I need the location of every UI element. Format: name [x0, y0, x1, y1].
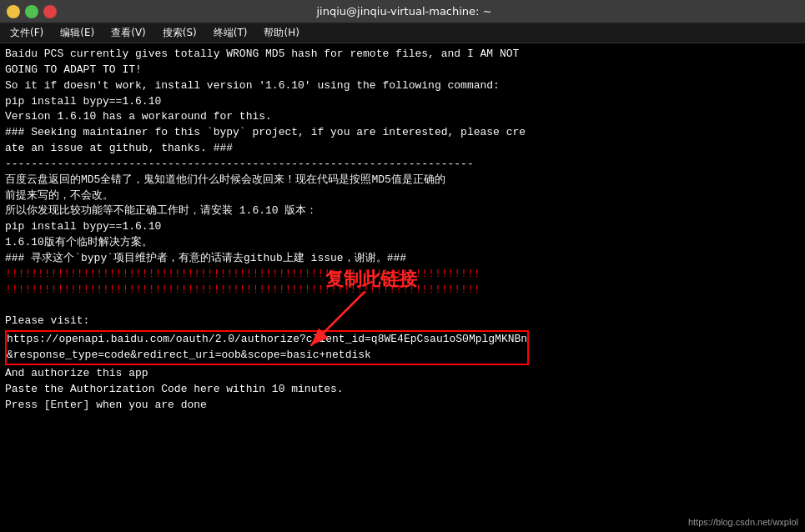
terminal-line-cn-6: ### 寻求这个`bypy`项目维护者，有意的话请去github上建 issue… — [5, 251, 800, 267]
terminal-line-empty — [5, 299, 800, 314]
terminal-line-exclaim-2: !!!!!!!!!!!!!!!!!!!!!!!!!!!!!!!!!!!!!!!!… — [5, 283, 800, 299]
terminal-url-line2: &response_type=code&redirect_uri=oob&sco… — [7, 348, 527, 364]
terminal-line-paste: Paste the Authorization Code here within… — [5, 382, 800, 398]
menu-terminal[interactable]: 终端(T) — [207, 24, 254, 42]
terminal-line-enter: Press [Enter] when you are done — [5, 398, 800, 414]
minimize-button[interactable] — [7, 5, 20, 18]
window-title: jinqiu@jinqiu-virtual-machine: ~ — [57, 5, 752, 18]
titlebar: jinqiu@jinqiu-virtual-machine: ~ — [0, 0, 805, 23]
menu-search[interactable]: 搜索(S) — [156, 24, 204, 42]
terminal-line-cn-5: 1.6.10版有个临时解决方案。 — [5, 235, 800, 251]
maximize-button[interactable] — [25, 5, 38, 18]
terminal-line-exclaim-1: !!!!!!!!!!!!!!!!!!!!!!!!!!!!!!!!!!!!!!!!… — [5, 267, 800, 283]
terminal-line-1: Baidu PCS currently gives totally WRONG … — [5, 47, 800, 63]
terminal-line-cn-3: 所以你发现比较功能等不能正确工作时，请安装 1.6.10 版本： — [5, 203, 800, 219]
menu-file[interactable]: 文件(F) — [3, 24, 50, 42]
watermark: https://blog.csdn.net/wxplol — [688, 517, 798, 527]
terminal-line-cn-4: pip install bypy==1.6.10 — [5, 219, 800, 235]
terminal-line-6: ### Seeking maintainer fo this `bypy` pr… — [5, 125, 800, 141]
terminal-line-2: GOING TO ADAPT TO IT! — [5, 63, 800, 78]
terminal-content: Baidu PCS currently gives totally WRONG … — [0, 43, 805, 532]
terminal-line-3: So it if doesn't work, install version '… — [5, 78, 800, 94]
terminal-line-cn-2: 前提来写的，不会改。 — [5, 188, 800, 204]
menubar: 文件(F) 编辑(E) 查看(V) 搜索(S) 终端(T) 帮助(H) — [0, 23, 805, 43]
terminal-line-authorize: And authorize this app — [5, 366, 800, 382]
terminal-line-visit: Please visit: — [5, 314, 800, 329]
url-box: https://openapi.baidu.com/oauth/2.0/auth… — [5, 330, 529, 365]
terminal-line-5: Version 1.6.10 has a workaround for this… — [5, 109, 800, 125]
menu-view[interactable]: 查看(V) — [104, 24, 153, 42]
terminal-line-cn-1: 百度云盘返回的MD5全错了，鬼知道他们什么时候会改回来！现在代码是按照MD5值是… — [5, 173, 800, 188]
terminal-line-7: ate an issue at github, thanks. ### — [5, 141, 800, 157]
menu-help[interactable]: 帮助(H) — [257, 24, 305, 42]
window-controls[interactable] — [7, 5, 57, 18]
terminal-separator: ----------------------------------------… — [5, 157, 800, 173]
terminal-url-line1: https://openapi.baidu.com/oauth/2.0/auth… — [7, 332, 527, 348]
close-button[interactable] — [43, 5, 57, 18]
terminal-line-4: pip install bypy==1.6.10 — [5, 94, 800, 110]
menu-edit[interactable]: 编辑(E) — [53, 24, 101, 42]
